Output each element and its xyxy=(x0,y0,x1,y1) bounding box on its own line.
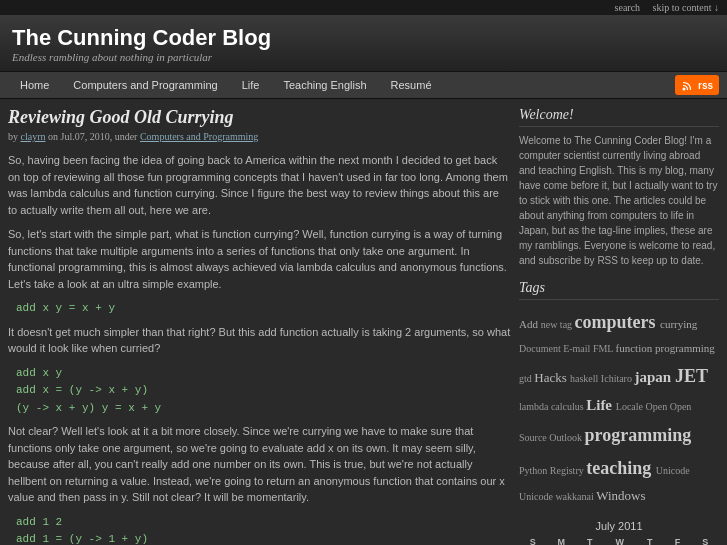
tag-jet[interactable]: JET xyxy=(675,366,708,386)
cal-header-m: M xyxy=(547,536,576,545)
sidebar-tags-heading: Tags xyxy=(519,280,719,300)
rss-label: rss xyxy=(698,80,713,91)
code-line-3b: add 1 = (y -> 1 + y) xyxy=(16,531,511,545)
tag-lambda-calculus[interactable]: lambda calculus xyxy=(519,401,586,412)
code-line: add x y = x + y xyxy=(16,300,511,318)
cal-header-s1: S xyxy=(519,536,547,545)
tag-ichitaro[interactable]: Ichitaro xyxy=(601,373,635,384)
tag-add[interactable]: Add xyxy=(519,318,541,330)
nav-bar: Home Computers and Programming Life Teac… xyxy=(0,72,727,99)
code-line-2a: add x y xyxy=(16,365,511,383)
tag-fml[interactable]: FML xyxy=(593,343,616,354)
meta-category[interactable]: Computers and Programming xyxy=(140,131,258,142)
main-layout: Reviewing Good Old Currying by clayrn on… xyxy=(0,99,727,545)
article-para-2: So, let's start with the simple part, wh… xyxy=(8,226,511,292)
tag-python[interactable]: Python xyxy=(519,465,550,476)
cal-header-t2: T xyxy=(636,536,664,545)
nav-item-resume[interactable]: Resumé xyxy=(379,72,444,98)
sidebar: Welcome! Welcome to The Cunning Coder Bl… xyxy=(519,107,719,545)
calendar-table: S M T W T F S 123456789 xyxy=(519,536,719,545)
tag-e-mail[interactable]: E-mail xyxy=(563,343,593,354)
tag-document[interactable]: Document xyxy=(519,343,563,354)
site-tagline: Endless rambling about nothing in partic… xyxy=(12,51,715,63)
tag-windows[interactable]: Windows xyxy=(596,488,645,503)
tag-unicode[interactable]: Unicode xyxy=(519,491,555,502)
tag-gtd[interactable]: gtd xyxy=(519,373,534,384)
tag-programming[interactable]: programming xyxy=(585,425,692,445)
tag-japan[interactable]: japan xyxy=(634,369,674,385)
sidebar-welcome-heading: Welcome! xyxy=(519,107,719,127)
code-line-3a: add 1 2 xyxy=(16,514,511,532)
code-block-3: add 1 2 add 1 = (y -> 1 + y) (y -> 1 + y… xyxy=(8,514,511,545)
sidebar-tags: Tags Add new tag computers currying Docu… xyxy=(519,280,719,508)
cal-header-f: F xyxy=(664,536,692,545)
tag-unicode[interactable]: Unicode xyxy=(656,465,690,476)
content-area: Reviewing Good Old Currying by clayrn on… xyxy=(8,107,511,545)
article-para-4: Not clear? Well let's look at it a bit m… xyxy=(8,423,511,506)
top-bar: search skip to content ↓ xyxy=(0,0,727,15)
tag-life[interactable]: Life xyxy=(586,397,616,413)
tag-currying[interactable]: currying xyxy=(660,318,697,330)
sidebar-calendar: July 2011 S M T W T F S 123456789 xyxy=(519,520,719,545)
tag-new-tag[interactable]: new tag xyxy=(541,319,575,330)
rss-icon xyxy=(681,78,695,92)
site-title: The Cunning Coder Blog xyxy=(12,25,715,51)
cal-header-s2: S xyxy=(691,536,719,545)
meta-on: on Jul.07, 2010, under xyxy=(46,131,140,142)
nav-item-teaching[interactable]: Teaching English xyxy=(271,72,378,98)
article-meta: by clayrn on Jul.07, 2010, under Compute… xyxy=(8,131,511,142)
article-title: Reviewing Good Old Currying xyxy=(8,107,511,128)
sidebar-welcome-text: Welcome to The Cunning Coder Blog! I'm a… xyxy=(519,133,719,268)
rss-button[interactable]: rss xyxy=(675,75,719,95)
article-para-3: It doesn't get much simpler than that ri… xyxy=(8,324,511,357)
code-line-2b: add x = (y -> x + y) xyxy=(16,382,511,400)
nav-item-life[interactable]: Life xyxy=(230,72,272,98)
tag-hacks[interactable]: Hacks xyxy=(534,370,570,385)
article-body: So, having been facing the idea of going… xyxy=(8,152,511,545)
tag-computers[interactable]: computers xyxy=(575,312,660,332)
meta-author[interactable]: clayrn xyxy=(21,131,46,142)
tag-teaching[interactable]: teaching xyxy=(586,458,656,478)
code-line-2c: (y -> x + y) y = x + y xyxy=(16,400,511,418)
tag-locale[interactable]: Locale xyxy=(616,401,646,412)
code-block-1: add x y = x + y xyxy=(8,300,511,318)
code-block-2: add x y add x = (y -> x + y) (y -> x + y… xyxy=(8,365,511,418)
tag-outlook[interactable]: Outlook xyxy=(549,432,584,443)
tag-open[interactable]: Open xyxy=(645,401,669,412)
nav-item-home[interactable]: Home xyxy=(8,72,61,98)
svg-point-1 xyxy=(682,88,685,91)
tag-wakkanai[interactable]: wakkanai xyxy=(555,491,596,502)
tags-cloud: Add new tag computers currying Document … xyxy=(519,306,719,508)
sidebar-welcome: Welcome! Welcome to The Cunning Coder Bl… xyxy=(519,107,719,268)
calendar-title: July 2011 xyxy=(519,520,719,532)
cal-header-t1: T xyxy=(576,536,604,545)
tag-registry[interactable]: Registry xyxy=(550,465,586,476)
nav-item-computers[interactable]: Computers and Programming xyxy=(61,72,229,98)
meta-by: by xyxy=(8,131,21,142)
search-link[interactable]: search xyxy=(615,2,641,13)
skip-link[interactable]: skip to content ↓ xyxy=(653,2,719,13)
article-para-1: So, having been facing the idea of going… xyxy=(8,152,511,218)
tag-function-programming[interactable]: function programming xyxy=(616,342,715,354)
main-nav: Home Computers and Programming Life Teac… xyxy=(8,72,675,98)
tag-haskell[interactable]: haskell xyxy=(570,373,601,384)
cal-header-w: W xyxy=(604,536,636,545)
site-header: The Cunning Coder Blog Endless rambling … xyxy=(0,15,727,72)
